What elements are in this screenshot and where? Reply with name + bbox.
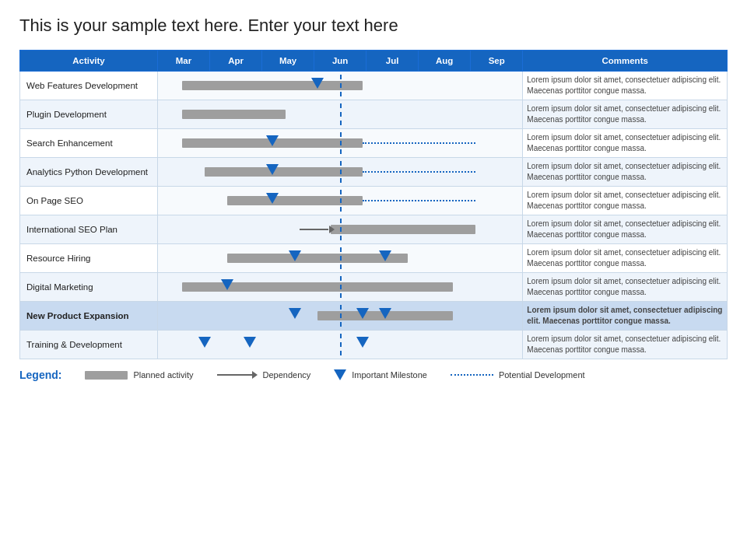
milestone-marker xyxy=(266,193,279,204)
current-date-line xyxy=(340,334,342,355)
milestone-marker xyxy=(356,337,369,348)
potential-dev-line xyxy=(363,171,475,173)
legend-milestone-icon xyxy=(334,369,346,380)
milestone-marker xyxy=(244,337,256,348)
chart-cell-5 xyxy=(158,215,523,244)
activity-name-3: Analytics Python Development xyxy=(20,158,158,187)
legend-dependency-label: Dependency xyxy=(263,370,311,380)
milestone-marker xyxy=(289,308,301,319)
dependency-arrow-line xyxy=(300,229,329,230)
chart-cell-4 xyxy=(158,187,523,215)
chart-cell-0 xyxy=(158,72,523,100)
header-mar: Mar xyxy=(158,51,210,72)
chart-cell-8 xyxy=(158,302,523,331)
comment-cell-0: Lorem ipsum dolor sit amet, consectetuer… xyxy=(523,72,728,100)
activity-name-7: Digital Marketing xyxy=(20,273,158,302)
gantt-bar xyxy=(182,110,286,119)
header-activity: Activity xyxy=(20,51,158,72)
comment-cell-1: Lorem ipsum dolor sit amet, consectetuer… xyxy=(523,100,728,129)
comment-cell-5: Lorem ipsum dolor sit amet, consectetuer… xyxy=(523,215,728,244)
potential-dev-line xyxy=(363,142,475,144)
gantt-bar xyxy=(182,81,363,90)
legend-potential: Potential Development xyxy=(451,370,585,380)
milestone-marker xyxy=(379,250,391,261)
header-comments: Comments xyxy=(523,51,728,72)
activity-name-6: Resource Hiring xyxy=(20,244,158,273)
comment-cell-9: Lorem ipsum dolor sit amet, consectetuer… xyxy=(523,331,728,359)
activity-name-8: New Product Expansion xyxy=(20,302,158,331)
activity-name-9: Training & Development xyxy=(20,331,158,359)
chart-cell-7 xyxy=(158,273,523,302)
legend-potential-label: Potential Development xyxy=(499,370,585,380)
chart-cell-2 xyxy=(158,129,523,158)
gantt-bar xyxy=(205,167,363,177)
legend-arrow-head xyxy=(252,371,258,379)
milestone-marker xyxy=(221,279,233,290)
legend-planned: Planned activity xyxy=(85,370,193,380)
activity-name-0: Web Features Development xyxy=(20,72,158,100)
legend-dotted-line xyxy=(451,374,493,376)
chart-cell-1 xyxy=(158,100,523,129)
chart-cell-9 xyxy=(158,331,523,359)
activity-name-5: International SEO Plan xyxy=(20,215,158,244)
chart-cell-6 xyxy=(158,244,523,273)
gantt-bar xyxy=(227,196,363,205)
activity-name-1: Plugin Development xyxy=(20,100,158,129)
comment-cell-8: Lorem ipsum dolor sit amet, consectetuer… xyxy=(523,302,728,331)
activity-name-4: On Page SEO xyxy=(20,187,158,215)
milestone-marker xyxy=(356,308,369,319)
legend-arrow xyxy=(217,371,258,379)
milestone-marker xyxy=(379,308,391,319)
milestone-marker xyxy=(266,135,279,146)
legend-dependency: Dependency xyxy=(217,370,311,380)
legend-milestone: Important Milestone xyxy=(334,369,427,380)
legend-arrow-line xyxy=(217,374,252,376)
legend-planned-bar xyxy=(85,371,128,380)
header-sep: Sep xyxy=(471,51,523,72)
legend-milestone-label: Important Milestone xyxy=(352,370,427,380)
chart-cell-3 xyxy=(158,158,523,187)
milestone-marker xyxy=(198,337,211,348)
potential-dev-line xyxy=(363,200,475,201)
comment-cell-6: Lorem ipsum dolor sit amet, consectetuer… xyxy=(523,244,728,273)
header-apr: Apr xyxy=(210,51,262,72)
gantt-bar xyxy=(331,225,475,234)
header-jun: Jun xyxy=(314,51,366,72)
legend-section: Legend: Planned activity Dependency Impo… xyxy=(19,369,728,381)
activity-name-2: Search Enhancement xyxy=(20,129,158,158)
header-aug: Aug xyxy=(419,51,471,72)
milestone-marker xyxy=(266,164,279,175)
milestone-marker xyxy=(311,78,324,89)
comment-cell-2: Lorem ipsum dolor sit amet, consectetuer… xyxy=(523,129,728,158)
comment-cell-4: Lorem ipsum dolor sit amet, consectetuer… xyxy=(523,187,728,215)
comment-cell-7: Lorem ipsum dolor sit amet, consectetuer… xyxy=(523,273,728,302)
header-jul: Jul xyxy=(366,51,419,72)
milestone-marker xyxy=(289,250,301,261)
comment-cell-3: Lorem ipsum dolor sit amet, consectetuer… xyxy=(523,158,728,187)
dependency-arrow-head xyxy=(329,226,335,233)
header-may: May xyxy=(262,51,314,72)
legend-planned-label: Planned activity xyxy=(133,370,193,380)
legend-title: Legend: xyxy=(19,369,61,381)
page-title: This is your sample text here. Enter you… xyxy=(19,16,728,36)
current-date-line xyxy=(340,103,342,125)
gantt-table: Activity Mar Apr May Jun Jul Aug Sep Com… xyxy=(19,50,728,359)
